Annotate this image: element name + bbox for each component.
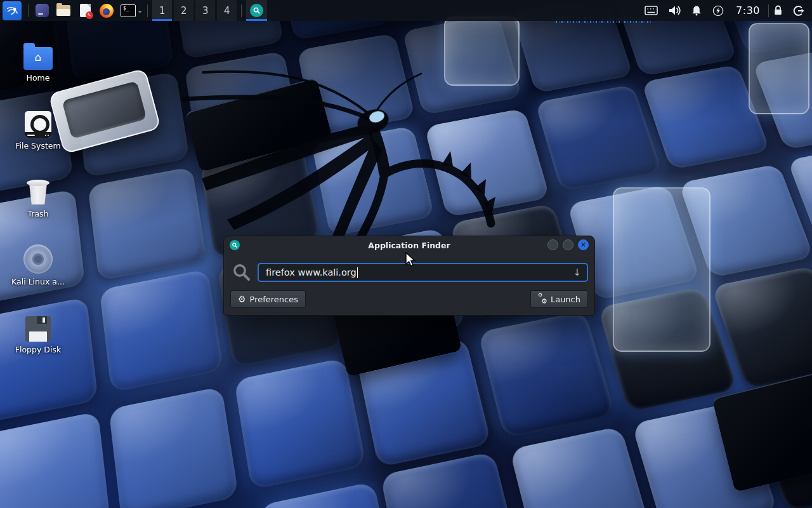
wallpaper-cube (258, 481, 398, 508)
text-caret (357, 267, 358, 278)
window-app-icon (36, 4, 49, 17)
wallpaper-glass-cube (749, 23, 809, 114)
active-task-underline (246, 19, 267, 21)
close-button[interactable]: ✕ (578, 239, 589, 250)
terminal-icon: $_ (121, 4, 136, 17)
lock-screen-icon[interactable] (773, 5, 783, 16)
workspace-4-label: 4 (224, 5, 230, 17)
cdrom-icon (23, 244, 53, 274)
chevron-down-icon[interactable]: ⌄ (137, 6, 143, 15)
workspace-switcher: 1 2 3 4 (152, 0, 237, 21)
search-icon (232, 262, 252, 283)
dropdown-arrow-icon[interactable]: ↓ (573, 267, 581, 278)
desktop-icon-label: Floppy Disk (15, 345, 61, 354)
text-editor-launcher[interactable]: ✎ (77, 3, 93, 18)
workspace-2[interactable]: 2 (174, 0, 193, 21)
wallpaper-cube (509, 425, 654, 508)
trash-icon (26, 179, 50, 206)
panel-separator (28, 4, 29, 17)
desktop-icon-home[interactable]: ⌂ Home (6, 37, 70, 83)
wallpaper-cube (109, 386, 239, 508)
panel-separator (241, 4, 242, 17)
application-finder-window: Application Finder ✕ firefox www.kali.or… (223, 236, 595, 316)
power-manager-icon[interactable] (712, 5, 724, 17)
kali-dragon-logo (114, 38, 596, 394)
taskbar-application-finder-button[interactable] (246, 0, 267, 21)
active-workspace-underline (152, 19, 172, 21)
file-manager-launcher[interactable] (56, 3, 71, 18)
kali-desktop: ✎ $_ ⌄ 1 2 3 (0, 0, 812, 508)
firefox-icon (100, 4, 114, 18)
file-manager-icon (56, 5, 70, 16)
desktop-icon-kali-cdrom[interactable]: Kali Linux a... (6, 241, 70, 286)
wallpaper-cube (0, 411, 110, 508)
minimize-button[interactable] (547, 239, 558, 250)
keyboard-icon[interactable] (645, 6, 658, 15)
application-finder-icon (250, 4, 263, 17)
desktop-icon-label: File System (15, 141, 61, 150)
desktop-icon-label: Home (27, 73, 50, 83)
desktop-icon-label: Trash (27, 209, 48, 218)
log-out-icon[interactable] (793, 5, 804, 17)
workspace-4[interactable]: 4 (217, 0, 237, 21)
window-app-launcher[interactable] (34, 3, 49, 18)
panel-separator (768, 4, 769, 17)
text-editor-icon: ✎ (80, 4, 91, 17)
drive-icon (25, 111, 51, 138)
search-input[interactable]: firefox www.kali.org ↓ (258, 263, 588, 282)
search-input-value: firefox www.kali.org (266, 267, 357, 277)
session-buttons (773, 5, 804, 17)
desktop-icon-file-system[interactable]: File System (6, 105, 70, 150)
desktop-icon-trash[interactable]: Trash (6, 173, 70, 218)
applications-menu-button[interactable] (3, 1, 22, 20)
system-tray: 7:30 (645, 4, 761, 17)
firefox-launcher[interactable] (99, 3, 114, 18)
run-gears-icon: ⚙⚙ (538, 295, 547, 304)
workspace-2-label: 2 (181, 5, 187, 17)
top-panel: ✎ $_ ⌄ 1 2 3 (0, 0, 812, 21)
preferences-button[interactable]: ⚙ Preferences (230, 290, 306, 308)
home-folder-icon: ⌂ (23, 47, 53, 70)
terminal-launcher[interactable]: $_ ⌄ (121, 3, 143, 18)
window-title: Application Finder (224, 241, 594, 250)
kali-menu-icon (5, 4, 19, 18)
panel-launchers: ✎ $_ ⌄ (34, 3, 143, 18)
volume-icon[interactable] (669, 5, 681, 16)
workspace-3-label: 3 (202, 5, 209, 17)
floppy-icon (25, 316, 51, 342)
preferences-button-label: Preferences (250, 295, 298, 304)
maximize-button[interactable] (563, 239, 573, 250)
desktop-icon-label: Kali Linux a... (11, 277, 65, 286)
panel-separator (147, 4, 148, 17)
titlebar[interactable]: Application Finder ✕ (224, 236, 594, 254)
mouse-cursor (403, 252, 417, 267)
desktop-icon-floppy[interactable]: Floppy Disk (6, 309, 70, 354)
workspace-3[interactable]: 3 (195, 0, 215, 21)
notifications-bell-icon[interactable] (691, 5, 702, 16)
workspace-1-label: 1 (159, 5, 166, 17)
launch-button-label: Launch (551, 295, 580, 304)
workspace-1[interactable]: 1 (152, 0, 172, 21)
gear-icon: ⚙ (238, 295, 246, 304)
clock[interactable]: 7:30 (736, 4, 760, 17)
wallpaper-glass-cube (613, 187, 710, 352)
launch-button[interactable]: ⚙⚙ Launch (530, 290, 588, 308)
